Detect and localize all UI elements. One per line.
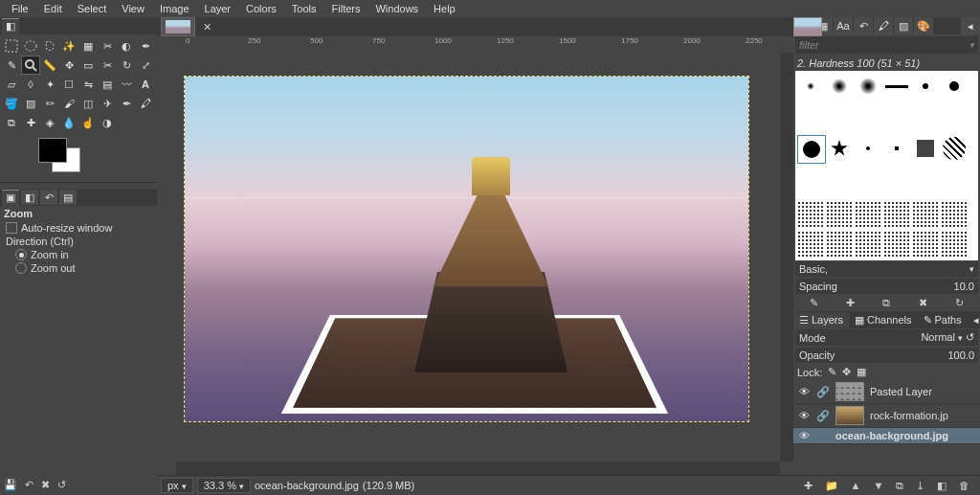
configure-tab-icon[interactable]: ◂ [968, 312, 980, 328]
brush-item[interactable] [912, 201, 939, 228]
brush-spacing[interactable]: Spacing10.0 [795, 279, 978, 294]
eraser-tool[interactable]: ◫ [78, 94, 98, 113]
handle-transform-tool[interactable]: ☐ [59, 75, 78, 94]
menu-colors[interactable]: Colors [238, 2, 284, 15]
visibility-icon[interactable]: 👁 [797, 430, 811, 441]
restore-options-icon[interactable]: ↶ [25, 479, 33, 491]
scrollbar-horizontal[interactable] [176, 461, 780, 475]
mypaint-tool[interactable]: 🖍 [136, 94, 155, 113]
brush-item[interactable] [941, 135, 968, 162]
brush-item[interactable] [826, 135, 853, 162]
layer-row[interactable]: 👁 🔗 rock-formation.jp [793, 404, 980, 428]
brush-item[interactable] [797, 201, 824, 228]
layer-name[interactable]: Pasted Layer [870, 386, 932, 397]
palettes-tab[interactable]: 🎨 [914, 17, 933, 34]
color-picker-tool[interactable]: ✎ [2, 56, 21, 75]
refresh-brush-icon[interactable]: ↻ [955, 297, 964, 309]
menu-select[interactable]: Select [70, 2, 115, 15]
measure-tool[interactable]: 📏 [40, 56, 59, 75]
unified-transform-tool[interactable]: ✦ [40, 75, 59, 94]
paths-tool[interactable]: ✒ [136, 36, 155, 56]
flip-tool[interactable]: ⇋ [78, 75, 98, 94]
menu-view[interactable]: View [114, 2, 152, 15]
menu-help[interactable]: Help [426, 2, 463, 15]
link-icon[interactable]: 🔗 [816, 386, 830, 398]
brush-item[interactable] [912, 135, 939, 162]
menu-image[interactable]: Image [152, 2, 197, 15]
brush-item-selected[interactable] [797, 135, 826, 164]
delete-brush-icon[interactable]: ✖ [919, 297, 927, 309]
lower-layer-icon[interactable]: ▼ [873, 480, 883, 491]
menu-edit[interactable]: Edit [36, 2, 70, 15]
new-brush-icon[interactable]: ✚ [846, 297, 855, 309]
brush-item[interactable] [855, 135, 881, 162]
tool-options-tab[interactable]: ▣ [2, 190, 19, 206]
ruler-horizontal[interactable]: 0 250 500 750 1000 1250 1500 1750 2000 2… [176, 36, 780, 54]
menu-filters[interactable]: Filters [324, 2, 368, 15]
brush-item[interactable] [855, 73, 881, 100]
duplicate-layer-icon[interactable]: ⧉ [896, 480, 903, 492]
gradients-tab[interactable]: ▨ [894, 17, 913, 34]
shear-tool[interactable]: ▱ [2, 75, 21, 94]
tab-layers[interactable]: ☰ Layers [793, 312, 849, 328]
layer-row[interactable]: 👁 ocean-background.jpg [793, 428, 980, 444]
delete-layer-icon[interactable]: 🗑 [959, 480, 969, 491]
paint-tab[interactable]: 🖍 [874, 17, 893, 34]
undo-history-tab[interactable]: ↶ [40, 190, 57, 205]
brush-item[interactable] [797, 231, 824, 258]
brush-item[interactable] [883, 135, 910, 162]
zoom-tool[interactable] [21, 56, 40, 75]
foreground-select-tool[interactable]: ◐ [117, 36, 136, 56]
canvas[interactable] [184, 76, 749, 422]
heal-tool[interactable]: ✚ [21, 113, 40, 132]
canvas-viewport[interactable] [176, 53, 780, 461]
menu-tools[interactable]: Tools [284, 2, 324, 15]
reset-options-icon[interactable]: ↺ [57, 479, 66, 491]
device-status-tab[interactable]: ◧ [21, 190, 38, 205]
brush-item[interactable] [797, 73, 824, 100]
perspective-clone-tool[interactable]: ◈ [40, 113, 59, 132]
scrollbar-vertical[interactable] [780, 53, 793, 461]
ellipse-select-tool[interactable] [21, 36, 40, 56]
brush-filter[interactable]: filter▾ [795, 36, 978, 54]
link-icon[interactable]: 🔗 [816, 410, 830, 422]
fonts-tab[interactable]: Aa [834, 17, 853, 34]
gradient-tool[interactable]: ▨ [21, 94, 40, 113]
document-tab[interactable] [161, 17, 195, 36]
warp-tool[interactable]: 〰 [117, 75, 136, 94]
dodge-tool[interactable]: ◑ [98, 113, 117, 132]
menu-windows[interactable]: Windows [368, 2, 426, 15]
new-layer-icon[interactable]: ✚ [804, 480, 813, 492]
brush-item[interactable] [941, 73, 968, 100]
layer-opacity[interactable]: Opacity100.0 [795, 348, 978, 363]
brush-item[interactable] [855, 201, 881, 228]
brush-item[interactable] [941, 231, 968, 258]
delete-options-icon[interactable]: ✖ [41, 479, 50, 491]
layer-mode[interactable]: ModeNormal ▾ ↺ [795, 329, 978, 346]
blur-tool[interactable]: 💧 [59, 113, 78, 132]
close-tab-icon[interactable]: ✕ [199, 21, 215, 34]
free-select-tool[interactable] [40, 36, 59, 56]
text-tool[interactable]: A [136, 75, 155, 94]
lock-position-icon[interactable]: ✥ [842, 366, 851, 378]
lock-pixels-icon[interactable]: ✎ [828, 366, 836, 378]
pencil-tool[interactable]: ✏ [40, 94, 59, 113]
layer-name[interactable]: ocean-background.jpg [835, 430, 948, 441]
brush-item[interactable] [826, 73, 853, 100]
move-tool[interactable]: ✥ [59, 56, 78, 75]
history-tab[interactable]: ↶ [854, 17, 873, 34]
auto-resize-option[interactable]: Auto-resize window [0, 221, 157, 235]
new-group-icon[interactable]: 📁 [825, 480, 838, 492]
perspective-tool[interactable]: ◊ [21, 75, 40, 94]
duplicate-brush-icon[interactable]: ⧉ [882, 297, 890, 309]
scale-tool[interactable]: ⤢ [136, 56, 155, 75]
configure-tab-icon[interactable]: ◂ [961, 17, 980, 34]
crop-tool[interactable]: ✂ [98, 56, 117, 75]
brush-item[interactable] [855, 231, 881, 258]
brush-item[interactable] [912, 73, 939, 100]
brush-preset[interactable]: Basic,▾ [795, 261, 978, 277]
toolbox-tab-main[interactable]: ◧ [2, 18, 19, 34]
brush-item[interactable] [826, 231, 853, 258]
fg-color[interactable] [38, 138, 67, 163]
images-tab[interactable]: ▤ [59, 190, 77, 205]
